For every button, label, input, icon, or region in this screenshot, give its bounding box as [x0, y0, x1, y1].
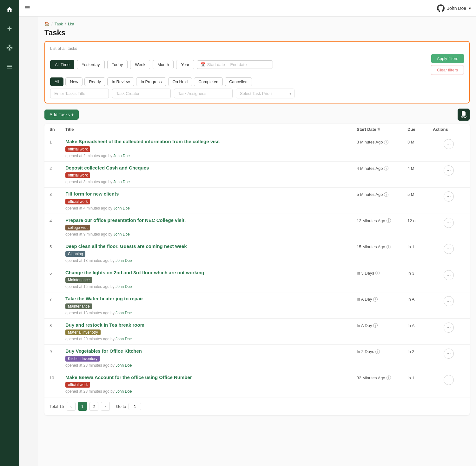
status-ready[interactable]: Ready	[84, 77, 105, 86]
filter-today[interactable]: Today	[107, 60, 128, 69]
time-filter-row: All Time Yesterday Today Week Month Year…	[50, 54, 464, 75]
task-tag-8: Material invenotry	[65, 330, 101, 335]
task-tag-7: Maintenance	[65, 303, 92, 309]
filter-week[interactable]: Week	[130, 60, 150, 69]
status-all[interactable]: All	[50, 77, 63, 86]
table-row: 4 Prepare our office presentation for NE…	[44, 214, 470, 240]
add-tasks-button[interactable]: Add Tasks +	[44, 110, 79, 120]
table-header-row: Add Tasks + CSV	[44, 109, 470, 121]
task-tag-6: Maintenance	[65, 277, 92, 283]
info-icon-10[interactable]: i	[387, 376, 391, 380]
task-sn-5: 5	[50, 243, 65, 249]
assignees-filter-input[interactable]	[174, 89, 233, 98]
status-new[interactable]: New	[65, 77, 83, 86]
info-icon-2[interactable]: i	[384, 166, 388, 170]
page-2-button[interactable]: 2	[89, 402, 98, 411]
info-icon-8[interactable]: i	[373, 323, 378, 328]
filter-yesterday[interactable]: Yesterday	[77, 60, 104, 69]
breadcrumb: 🏠 / Task / List	[44, 22, 470, 26]
next-page-button[interactable]: ›	[101, 402, 110, 411]
page-1-button[interactable]: 1	[78, 402, 87, 411]
breadcrumb-list[interactable]: List	[68, 22, 74, 26]
csv-export-button[interactable]: CSV	[458, 109, 470, 121]
status-in-progress[interactable]: In Progress	[136, 77, 166, 86]
task-title-4[interactable]: Prepare our office presentation for NEC …	[65, 217, 357, 223]
task-sn-1: 1	[50, 138, 65, 144]
task-action-btn-1[interactable]: ···	[444, 139, 454, 149]
info-icon-4[interactable]: i	[387, 218, 391, 223]
task-action-btn-5[interactable]: ···	[444, 244, 454, 254]
date-range[interactable]: 📅 Start date - End date	[197, 60, 273, 69]
goto-label: Go to	[116, 404, 126, 409]
task-action-btn-2[interactable]: ···	[444, 165, 454, 176]
prev-page-button[interactable]: ‹	[67, 402, 76, 411]
task-action-btn-9[interactable]: ···	[444, 349, 454, 359]
table-row: 7 Take the Water heater jug to repair Ma…	[44, 292, 470, 319]
status-in-review[interactable]: In Review	[107, 77, 134, 86]
info-icon-9[interactable]: i	[375, 350, 380, 354]
task-action-btn-8[interactable]: ···	[444, 323, 454, 333]
user-menu[interactable]: John Doe ▾	[437, 4, 471, 12]
task-title-3[interactable]: Fill form for new clients	[65, 191, 357, 197]
priority-filter-select[interactable]: Select Task Priori Low Medium High	[236, 89, 294, 98]
task-meta-9: opened at 23 minutes ago by John Doe	[65, 363, 357, 368]
filter-year[interactable]: Year	[176, 60, 194, 69]
info-icon-7[interactable]: i	[373, 297, 378, 302]
info-icon-5[interactable]: i	[387, 245, 391, 249]
info-icon-6[interactable]: i	[375, 271, 380, 275]
breadcrumb-task[interactable]: Task	[55, 22, 63, 26]
task-action-btn-10[interactable]: ···	[444, 375, 454, 385]
title-filter-input[interactable]	[50, 89, 109, 98]
creator-filter-input[interactable]	[112, 89, 171, 98]
task-action-btn-4[interactable]: ···	[444, 218, 454, 228]
sidebar-item-list[interactable]	[3, 60, 16, 73]
filter-month[interactable]: Month	[153, 60, 174, 69]
task-action-btn-6[interactable]: ···	[444, 270, 454, 280]
task-start-7: In A Day i	[357, 296, 407, 302]
pagination: Total 15 ‹ 1 2 › Go to	[44, 397, 470, 415]
task-sn-4: 4	[50, 217, 65, 223]
hamburger-icon[interactable]	[24, 4, 30, 12]
task-title-1[interactable]: Make Spreadsheet of the collected inform…	[65, 138, 357, 145]
filter-label: List of all tasks	[50, 46, 464, 51]
task-title-6[interactable]: Change the lights on 2nd and 3rd floor w…	[65, 270, 357, 276]
task-title-5[interactable]: Deep clean all the floor. Guests are com…	[65, 243, 357, 250]
task-meta-3: opened at 4 minutes ago by John Doe	[65, 206, 357, 210]
apply-filters-button[interactable]: Apply filters	[431, 54, 464, 63]
info-icon-1[interactable]: i	[384, 140, 388, 144]
task-meta-2: opened at 3 minutes ago by John Doe	[65, 180, 357, 184]
task-start-1: 3 Minutes Ago i	[357, 138, 407, 144]
col-actions: Actions	[433, 127, 465, 132]
task-action-btn-3[interactable]: ···	[444, 191, 454, 202]
task-title-10[interactable]: Make Esewa Account for the office using …	[65, 374, 357, 381]
table-row: 9 Buy Vegetables for Office Kitchen Kitc…	[44, 345, 470, 371]
filter-all-time[interactable]: All Time	[50, 60, 74, 69]
goto-input[interactable]	[129, 403, 141, 410]
clear-filters-button[interactable]: Clear filters	[431, 65, 464, 75]
breadcrumb-home-icon[interactable]: 🏠	[44, 22, 50, 26]
task-actions-4: ···	[433, 217, 465, 228]
task-start-8: In A Day i	[357, 322, 407, 328]
task-title-2[interactable]: Deposit collected Cash and Cheques	[65, 165, 357, 171]
task-start-2: 4 Minutes Ago i	[357, 165, 407, 171]
status-cancelled[interactable]: Cancelled	[225, 77, 252, 86]
col-title: Title	[65, 127, 357, 132]
table-header: Sn Title Start Date ⇅ Due Actions	[44, 124, 470, 135]
sidebar	[0, 0, 19, 466]
task-due-10: In 1	[407, 374, 433, 380]
status-on-hold[interactable]: On Hold	[168, 77, 192, 86]
total-count: Total 15	[50, 404, 64, 409]
task-action-btn-7[interactable]: ···	[444, 296, 454, 306]
sidebar-item-games[interactable]	[3, 41, 16, 54]
task-title-9[interactable]: Buy Vegetables for Office Kitchen	[65, 348, 357, 354]
task-meta-4: opened at 9 minutes ago by John Doe	[65, 232, 357, 236]
task-title-7[interactable]: Take the Water heater jug to repair	[65, 296, 357, 302]
sidebar-item-home[interactable]	[3, 3, 16, 16]
status-completed[interactable]: Completed	[194, 77, 223, 86]
info-icon-3[interactable]: i	[384, 192, 388, 197]
task-title-8[interactable]: Buy and restock in Tea break room	[65, 322, 357, 328]
task-due-4: 12 o	[407, 217, 433, 223]
task-actions-7: ···	[433, 296, 465, 306]
task-start-9: In 2 Days i	[357, 348, 407, 354]
sidebar-item-add[interactable]	[3, 22, 16, 35]
